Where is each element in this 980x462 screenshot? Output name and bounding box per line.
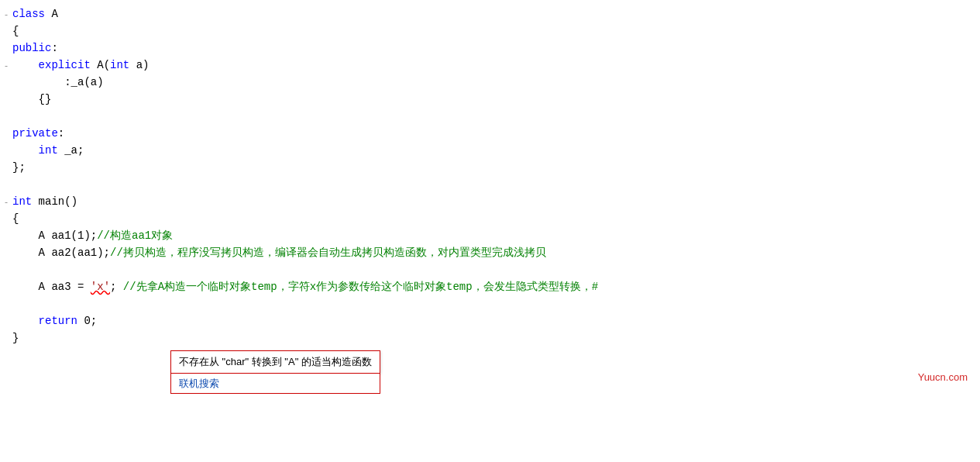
token-text: main() xyxy=(32,195,77,208)
code-line-l11 xyxy=(0,177,980,194)
fold-indicator xyxy=(0,333,12,346)
code-line-l6: {} xyxy=(0,91,980,109)
token-kw: class xyxy=(12,8,45,20)
token-text: 0; xyxy=(77,315,97,327)
code-line-l7 xyxy=(0,109,980,126)
fold-indicator xyxy=(0,94,12,107)
fold-indicator xyxy=(0,230,12,243)
code-content: int main() xyxy=(12,194,974,210)
fold-indicator xyxy=(0,43,12,56)
token-text: : xyxy=(58,127,64,140)
tooltip-error-message: 不存在从 "char" 转换到 "A" 的适当构造函数 xyxy=(170,350,380,374)
code-line-l13: { xyxy=(0,211,980,228)
fold-indicator xyxy=(0,179,12,192)
fold-indicator xyxy=(0,247,12,260)
code-line-l8: private: xyxy=(0,126,980,143)
token-comment: //先拿A构造一个临时对象temp，字符x作为参数传给这个临时对象temp，会发… xyxy=(116,281,598,293)
code-content: {} xyxy=(12,91,974,108)
token-text: { xyxy=(12,212,19,225)
code-lines: -class A { public:- explicit A(int a) :_… xyxy=(0,6,980,347)
token-text: A aa1(1); xyxy=(12,229,97,242)
fold-indicator[interactable]: - xyxy=(0,196,12,209)
code-line-l19: return 0; xyxy=(0,313,980,330)
code-line-l5: :_a(a) xyxy=(0,74,980,91)
fold-indicator xyxy=(0,298,12,312)
token-text: _a; xyxy=(58,144,84,157)
fold-indicator xyxy=(0,315,12,329)
code-content: int _a; xyxy=(12,143,974,159)
token-text: : xyxy=(51,42,57,54)
fold-indicator[interactable]: - xyxy=(0,60,12,73)
token-text: A( xyxy=(91,59,110,71)
token-text: {} xyxy=(12,93,51,105)
token-kw: int xyxy=(12,144,58,157)
code-line-l9: int _a; xyxy=(0,143,980,160)
code-content xyxy=(12,177,974,193)
fold-indicator xyxy=(0,145,12,158)
code-line-l18 xyxy=(0,296,980,313)
code-line-l4: - explicit A(int a) xyxy=(0,57,980,74)
code-content xyxy=(12,109,974,125)
code-content: A aa2(aa1);//拷贝构造，程序没写拷贝构造，编译器会自动生成拷贝构造函… xyxy=(12,245,974,261)
code-line-l15: A aa2(aa1);//拷贝构造，程序没写拷贝构造，编译器会自动生成拷贝构造函… xyxy=(0,245,980,262)
code-content xyxy=(12,296,974,312)
token-text: a) xyxy=(129,59,149,71)
fold-indicator xyxy=(0,162,12,175)
token-text: A xyxy=(45,8,58,20)
error-tooltip: 不存在从 "char" 转换到 "A" 的适当构造函数 联机搜索 xyxy=(170,350,380,394)
code-content: } xyxy=(12,330,974,346)
fold-indicator xyxy=(0,26,12,39)
fold-indicator xyxy=(0,77,12,90)
token-text: :_a(a) xyxy=(12,76,104,88)
token-comment: //拷贝构造，程序没写拷贝构造，编译器会自动生成拷贝构造函数，对内置类型完成浅拷… xyxy=(110,247,546,259)
code-line-l10: }; xyxy=(0,160,980,177)
code-line-l12: -int main() xyxy=(0,194,980,211)
watermark: Yuucn.com xyxy=(918,370,968,385)
fold-indicator[interactable]: - xyxy=(0,9,12,22)
code-content: private: xyxy=(12,126,974,142)
token-kw: private xyxy=(12,127,58,140)
token-text: }; xyxy=(12,161,26,174)
code-content: :_a(a) xyxy=(12,74,974,91)
token-string: 'x' xyxy=(91,281,110,293)
fold-indicator xyxy=(0,111,12,124)
fold-indicator xyxy=(0,213,12,226)
fold-indicator xyxy=(0,281,12,295)
code-content: }; xyxy=(12,160,974,176)
token-text: { xyxy=(12,25,19,37)
code-content: { xyxy=(12,23,974,40)
fold-indicator xyxy=(0,264,12,278)
tooltip-link[interactable]: 联机搜索 xyxy=(170,374,380,395)
token-kw: public xyxy=(12,42,51,54)
code-content: explicit A(int a) xyxy=(12,57,974,74)
code-content: A aa1(1);//构造aa1对象 xyxy=(12,228,974,244)
code-content: { xyxy=(12,211,974,227)
code-line-l16 xyxy=(0,262,980,279)
code-content: class A xyxy=(12,6,974,22)
token-text: A aa3 = xyxy=(12,281,91,293)
code-line-l1: -class A xyxy=(0,6,980,23)
code-line-l2: { xyxy=(0,23,980,40)
token-kw: explicit xyxy=(12,59,91,71)
code-line-l3: public: xyxy=(0,40,980,57)
fold-indicator xyxy=(0,128,12,141)
token-kw: int xyxy=(12,195,32,208)
code-editor: -class A { public:- explicit A(int a) :_… xyxy=(0,0,980,462)
token-kw: return xyxy=(12,315,77,327)
code-content: A aa3 = 'x'; //先拿A构造一个临时对象temp，字符x作为参数传给… xyxy=(12,279,974,295)
code-content: public: xyxy=(12,40,974,57)
token-comment: //构造aa1对象 xyxy=(97,229,173,242)
token-text: A aa2(aa1); xyxy=(12,247,110,259)
code-line-l20: } xyxy=(0,330,980,347)
code-content: return 0; xyxy=(12,313,974,329)
token-text: } xyxy=(12,332,19,344)
code-line-l14: A aa1(1);//构造aa1对象 xyxy=(0,228,980,245)
token-kw: int xyxy=(110,59,129,71)
code-line-l17: A aa3 = 'x'; //先拿A构造一个临时对象temp，字符x作为参数传给… xyxy=(0,279,980,296)
code-content xyxy=(12,262,974,278)
